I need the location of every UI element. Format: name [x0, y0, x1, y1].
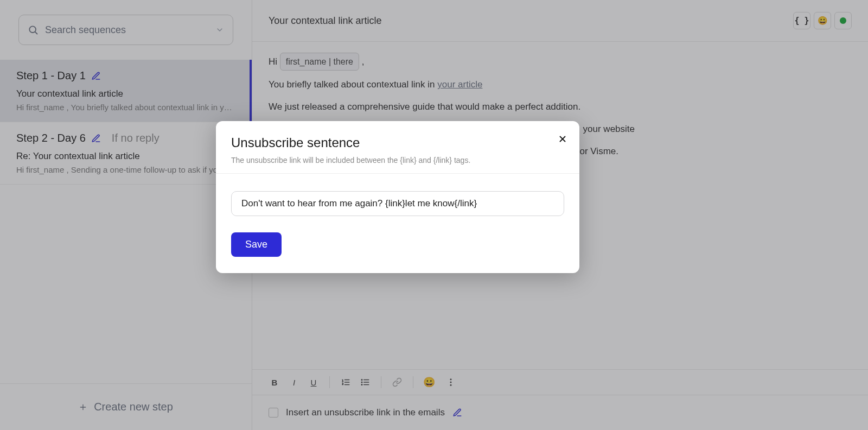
modal-footer: Save [216, 220, 579, 273]
modal-title: Unsubscribe sentence [231, 135, 564, 150]
unsubscribe-sentence-input[interactable] [231, 191, 564, 216]
modal-close-button[interactable] [558, 134, 567, 144]
save-button[interactable]: Save [231, 232, 282, 257]
modal-description: The unsubscribe link will be included be… [231, 156, 564, 165]
modal-header: Unsubscribe sentence The unsubscribe lin… [216, 121, 579, 173]
modal-body [216, 174, 579, 220]
unsubscribe-sentence-modal: Unsubscribe sentence The unsubscribe lin… [216, 121, 579, 273]
